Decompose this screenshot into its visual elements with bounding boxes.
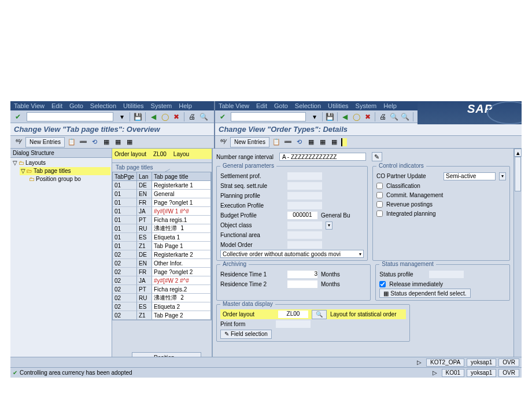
- cell-lan[interactable]: RU: [137, 224, 152, 233]
- copy-icon-r[interactable]: 📋: [272, 138, 281, 147]
- command-field[interactable]: [27, 112, 113, 121]
- table-row[interactable]: 01PTFicha regis.1: [113, 216, 211, 224]
- cell-title[interactable]: #y#[#W 2 #^#: [152, 276, 211, 285]
- mdd-fs-button[interactable]: ✎Field selection: [220, 330, 272, 339]
- find-icon-r[interactable]: 🔍: [389, 112, 399, 122]
- tree-root[interactable]: ▽🗀Layouts: [12, 159, 110, 167]
- nri-input[interactable]: [279, 153, 366, 161]
- table-row[interactable]: 01RU沸連性滞 1: [113, 224, 211, 233]
- strat-input[interactable]: [287, 182, 322, 190]
- cell-tabpge[interactable]: 01: [113, 224, 137, 233]
- tab-titles-grid[interactable]: TabPge Lan Tab page title 01DERegisterka…: [112, 172, 212, 320]
- cell-tabpge[interactable]: 01: [113, 207, 137, 216]
- tree-child1[interactable]: ▽🗁Tab page titles: [20, 167, 110, 175]
- cell-lan[interactable]: DE: [137, 250, 152, 259]
- scroll-up-icon[interactable]: ▴: [514, 149, 522, 157]
- cell-tabpge[interactable]: 02: [113, 268, 137, 276]
- cell-tabpge[interactable]: 01: [113, 190, 137, 198]
- commit-chk[interactable]: [376, 192, 383, 198]
- cell-tabpge[interactable]: 02: [113, 259, 137, 268]
- cell-title[interactable]: Registerkarte 1: [152, 181, 211, 190]
- cell-lan[interactable]: JA: [137, 276, 152, 285]
- new-entries-button[interactable]: New Entries: [25, 137, 65, 147]
- find-icon[interactable]: 🔍: [198, 112, 209, 122]
- cell-title[interactable]: Registerkarte 2: [152, 250, 211, 259]
- cell-lan[interactable]: FR: [137, 268, 152, 276]
- intp-chk[interactable]: [376, 210, 383, 217]
- table-row[interactable]: 02Z1Tab Page 2: [113, 311, 211, 320]
- ok-icon[interactable]: ✔: [13, 112, 23, 122]
- save-icon-r[interactable]: 💾: [325, 112, 335, 122]
- cell-tabpge[interactable]: 01: [113, 233, 137, 242]
- cell-lan[interactable]: Z1: [137, 242, 152, 250]
- menu-selection[interactable]: Selection: [90, 102, 116, 109]
- cell-tabpge[interactable]: 02: [113, 250, 137, 259]
- cell-title[interactable]: Page ?onglet 2: [152, 268, 211, 276]
- cell-title[interactable]: 沸連性滞 1: [152, 224, 211, 233]
- menu-tableview[interactable]: Table View: [14, 102, 45, 109]
- copu-dd[interactable]: Semi-active: [444, 172, 496, 180]
- menubar-left[interactable]: Table View Edit Goto Selection Utilities…: [10, 101, 214, 110]
- class-chk[interactable]: [376, 183, 383, 189]
- vscroll[interactable]: ▴ ▾: [513, 149, 522, 366]
- selC-icon-r[interactable]: ▦: [330, 138, 339, 147]
- order-layout-value[interactable]: ZL00: [150, 150, 170, 158]
- menu-edit[interactable]: Edit: [51, 102, 62, 109]
- table-row[interactable]: 02PTFicha regis.2: [113, 285, 211, 294]
- exit-icon-r[interactable]: ◯: [352, 112, 361, 122]
- copy-icon[interactable]: 📋: [67, 138, 76, 147]
- copu-dd-icon[interactable]: ▾: [499, 172, 506, 180]
- scroll-thumb[interactable]: [515, 157, 521, 191]
- menu-selection-r[interactable]: Selection: [295, 102, 321, 109]
- selA-icon-r[interactable]: ▦: [306, 138, 316, 147]
- funcarea-input[interactable]: [287, 231, 322, 239]
- cell-lan[interactable]: ES: [137, 233, 152, 242]
- planprof-input[interactable]: [287, 192, 322, 200]
- rt1-input[interactable]: 3: [287, 271, 317, 278]
- cell-tabpge[interactable]: 01: [113, 242, 137, 250]
- selB-icon-r[interactable]: ▦: [318, 138, 327, 147]
- mdd-pf-input[interactable]: [276, 320, 311, 328]
- cell-title[interactable]: Ficha regis.2: [152, 285, 211, 294]
- status2-arrow[interactable]: ▷: [433, 370, 439, 376]
- col-title[interactable]: Tab page title: [152, 172, 211, 181]
- menu-system[interactable]: System: [151, 102, 172, 109]
- cell-title[interactable]: Ficha regis.1: [152, 216, 211, 224]
- back-icon-r[interactable]: ◀: [340, 112, 350, 122]
- cell-title[interactable]: General: [152, 190, 211, 198]
- cell-lan[interactable]: ES: [137, 302, 152, 311]
- cell-title[interactable]: Tab Page 1: [152, 242, 211, 250]
- cell-tabpge[interactable]: 02: [113, 276, 137, 285]
- table-row[interactable]: 02ENOther Infor.: [113, 259, 211, 268]
- mdd-ol-input[interactable]: ZL00: [278, 311, 308, 318]
- model-input[interactable]: [287, 241, 322, 249]
- dd-icon[interactable]: ▾: [117, 112, 127, 122]
- del-icon[interactable]: ➖: [79, 138, 88, 147]
- table-row[interactable]: 02RU沸連性滞 2: [113, 294, 211, 302]
- menu-goto-r[interactable]: Goto: [274, 102, 288, 109]
- sel3-icon[interactable]: ▦: [125, 138, 134, 147]
- table-row[interactable]: 01Z1Tab Page 1: [113, 242, 211, 250]
- cell-tabpge[interactable]: 02: [113, 294, 137, 302]
- menu-goto[interactable]: Goto: [69, 102, 83, 109]
- cell-tabpge[interactable]: 02: [113, 311, 137, 320]
- settprof-input[interactable]: [287, 172, 322, 180]
- command-field-r[interactable]: [231, 112, 306, 121]
- del-icon-r[interactable]: ➖: [283, 138, 293, 147]
- cell-lan[interactable]: JA: [137, 207, 152, 216]
- cell-title[interactable]: Etiqueta 2: [152, 302, 211, 311]
- expand-icon[interactable]: ⁶⁰⁄: [14, 138, 23, 147]
- menu-utilities[interactable]: Utilities: [123, 102, 143, 109]
- rev-chk[interactable]: [376, 201, 383, 208]
- cell-lan[interactable]: PT: [137, 285, 152, 294]
- cancel-icon[interactable]: ✖: [171, 112, 182, 122]
- new-entries-button-r[interactable]: New Entries: [230, 137, 269, 147]
- sdf-button[interactable]: ▦Status dependent field select.: [379, 289, 470, 298]
- table-row[interactable]: 01JA#y#[#W 1 #^#: [113, 207, 211, 216]
- cell-lan[interactable]: RU: [137, 294, 152, 302]
- tree-child2[interactable]: 🗀Position group bo: [28, 175, 110, 183]
- menu-edit-r[interactable]: Edit: [256, 102, 267, 109]
- cell-title[interactable]: Etiqueta 1: [152, 233, 211, 242]
- col-lan[interactable]: Lan: [137, 172, 152, 181]
- cell-title[interactable]: 沸連性滞 2: [152, 294, 211, 302]
